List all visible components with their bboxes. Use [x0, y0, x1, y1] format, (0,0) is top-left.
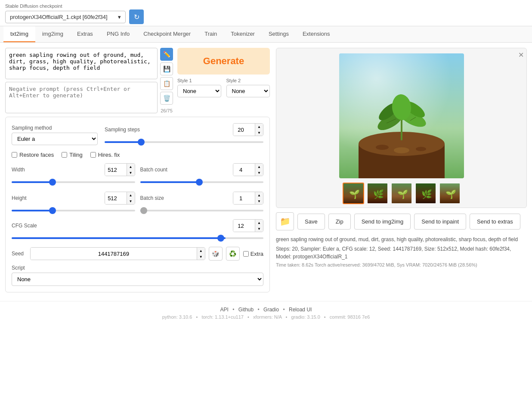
reload-ui-link[interactable]: Reload UI — [289, 307, 312, 313]
height-input[interactable]: ▲ ▼ — [105, 192, 135, 205]
thumbnail-3[interactable]: 🌱 — [391, 183, 412, 204]
folder-icon: 📁 — [280, 216, 291, 227]
cfg-slider-container — [12, 234, 263, 242]
tiling-checkbox[interactable]: Tiling — [62, 152, 83, 158]
tiling-input[interactable] — [62, 152, 67, 158]
batch-count-down-btn[interactable]: ▼ — [255, 170, 263, 176]
save-button[interactable]: Save — [297, 214, 325, 230]
load-prompt-button[interactable]: 📋 — [160, 77, 173, 90]
zip-button[interactable]: Zip — [328, 214, 351, 230]
chevron-down-icon: ▾ — [118, 14, 121, 20]
info-steps: Steps: 20, Sampler: Euler a, CFG scale: … — [276, 245, 527, 261]
cfg-value-input[interactable] — [233, 220, 255, 232]
hires-fix-input[interactable] — [90, 152, 96, 158]
thumbnail-4[interactable]: 🌿 — [415, 183, 436, 204]
height-group: Height ▲ ▼ — [12, 192, 135, 215]
restore-faces-checkbox[interactable]: Restore faces — [12, 152, 54, 158]
width-down-btn[interactable]: ▼ — [127, 170, 135, 176]
cfg-slider-thumb[interactable] — [217, 235, 224, 242]
tab-tokenizer[interactable]: Tokenizer — [224, 26, 262, 42]
width-label: Width — [12, 167, 25, 173]
save-prompt-button[interactable]: 💾 — [160, 62, 173, 75]
width-up-btn[interactable]: ▲ — [127, 164, 135, 170]
style2-select[interactable]: None — [226, 85, 270, 97]
footer-links: API • Github • Gradio • Reload UI — [5, 307, 527, 313]
generate-button[interactable]: Generate — [177, 48, 270, 75]
thumbnail-2[interactable]: 🌿 — [367, 183, 388, 204]
cfg-label: CFG Scale — [12, 223, 37, 229]
checkpoint-dropdown[interactable]: protogenX34OfficialR_1.ckpt [60fe2f34] ▾ — [5, 11, 126, 23]
tab-extras[interactable]: Extras — [70, 26, 100, 42]
refresh-checkpoint-button[interactable]: ↻ — [129, 9, 144, 24]
send-to-img2img-button[interactable]: Send to img2img — [354, 214, 411, 230]
steps-up-btn[interactable]: ▲ — [255, 124, 263, 130]
negative-prompt-input[interactable] — [5, 82, 158, 113]
batch-size-down-btn[interactable]: ▼ — [255, 198, 263, 204]
tab-settings[interactable]: Settings — [262, 26, 296, 42]
tab-checkpoint-merger[interactable]: Checkpoint Merger — [136, 26, 198, 42]
steps-down-btn[interactable]: ▼ — [255, 130, 263, 136]
thumbnail-5[interactable]: 🌱 — [439, 183, 461, 204]
width-value-input[interactable] — [105, 164, 127, 176]
clipboard-icon: 📋 — [163, 80, 170, 87]
sampling-method-select[interactable]: Euler a — [12, 133, 98, 145]
batch-count-up-btn[interactable]: ▲ — [255, 164, 263, 170]
batch-count-slider-container — [140, 178, 264, 186]
cfg-up-btn[interactable]: ▲ — [255, 220, 263, 226]
steps-value-input[interactable]: 20 — [233, 124, 255, 136]
checkpoint-value: protogenX34OfficialR_1.ckpt [60fe2f34] — [10, 14, 108, 20]
token-count: 26/75 — [160, 108, 173, 113]
checkpoint-label: Stable Diffusion checkpoint — [5, 3, 527, 9]
batch-count-input[interactable]: ▲ ▼ — [233, 163, 263, 176]
recycle-button[interactable]: ♻️ — [226, 247, 240, 261]
github-link[interactable]: Github — [238, 307, 254, 313]
edit-prompt-button[interactable]: ✏️ — [160, 48, 173, 61]
steps-input[interactable]: 20 ▲ ▼ — [233, 123, 263, 136]
hires-fix-checkbox[interactable]: Hires. fix — [90, 152, 120, 158]
batch-size-slider-thumb[interactable] — [140, 207, 147, 214]
tab-img2img[interactable]: img2img — [35, 26, 70, 42]
style1-select[interactable]: None — [177, 85, 221, 97]
extra-checkbox[interactable]: Extra — [243, 251, 263, 257]
restore-faces-input[interactable] — [12, 152, 17, 158]
seed-input-group[interactable]: ▲ ▼ — [30, 247, 205, 260]
batch-count-slider-thumb[interactable] — [196, 179, 203, 186]
send-to-extras-button[interactable]: Send to extras — [470, 214, 520, 230]
python-version: python: 3.10.6 — [162, 314, 192, 320]
sampling-steps-group: Sampling steps 20 ▲ ▼ — [105, 123, 263, 146]
tab-bar: txt2img img2img Extras PNG Info Checkpoi… — [0, 26, 532, 43]
open-folder-button[interactable]: 📁 — [276, 212, 294, 230]
thumbnail-1[interactable]: 🌱 — [343, 183, 364, 204]
width-slider-thumb[interactable] — [49, 179, 56, 186]
tab-train[interactable]: Train — [198, 26, 224, 42]
extra-input[interactable] — [243, 251, 249, 257]
tab-png-info[interactable]: PNG Info — [100, 26, 136, 42]
batch-count-value-input[interactable] — [233, 164, 255, 176]
gradio-link[interactable]: Gradio — [263, 307, 279, 313]
api-link[interactable]: API — [220, 307, 229, 313]
height-down-btn[interactable]: ▼ — [127, 198, 135, 204]
close-image-button[interactable]: ✕ — [518, 51, 524, 59]
style-row: Style 1 None Style 2 None — [177, 78, 270, 97]
tab-extensions[interactable]: Extensions — [296, 26, 337, 42]
cfg-input[interactable]: ▲ ▼ — [233, 219, 263, 232]
batch-size-value-input[interactable] — [233, 192, 255, 204]
batch-size-up-btn[interactable]: ▲ — [255, 192, 263, 198]
positive-prompt-input[interactable]: green sapling rowing out of ground, mud,… — [5, 48, 158, 79]
width-input[interactable]: ▲ ▼ — [105, 163, 135, 176]
seed-value-input[interactable] — [31, 248, 197, 260]
send-to-inpaint-button[interactable]: Send to inpaint — [414, 214, 466, 230]
seed-up-btn[interactable]: ▲ — [197, 248, 205, 254]
height-slider-thumb[interactable] — [49, 207, 56, 214]
height-slider-container — [12, 206, 135, 215]
seed-down-btn[interactable]: ▼ — [197, 254, 205, 260]
batch-size-input[interactable]: ▲ ▼ — [233, 192, 263, 205]
script-select[interactable]: None — [12, 273, 263, 286]
clear-prompt-button[interactable]: 🗑️ — [160, 92, 173, 105]
height-up-btn[interactable]: ▲ — [127, 192, 135, 198]
height-value-input[interactable] — [105, 192, 127, 204]
cfg-down-btn[interactable]: ▼ — [255, 226, 263, 232]
dice-button[interactable]: 🎲 — [209, 247, 223, 261]
tab-txt2img[interactable]: txt2img — [3, 26, 35, 42]
steps-slider-thumb[interactable] — [138, 139, 145, 146]
